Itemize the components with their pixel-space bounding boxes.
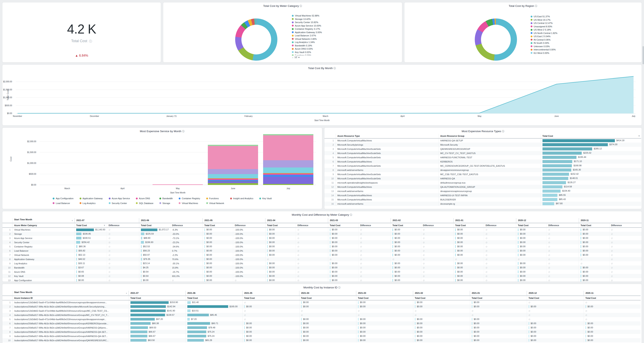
info-icon[interactable]: ⓘ xyxy=(350,214,352,216)
stacked-bar-may[interactable] xyxy=(152,184,203,185)
legend-item[interactable]: Log Analytics 1.34% xyxy=(292,40,322,44)
col-header-total-cost[interactable]: Total Cost xyxy=(299,296,356,300)
col-header-total-cost[interactable]: Total Cost xyxy=(186,296,242,300)
col-header-resource-type[interactable]: Azure Resource Type xyxy=(336,134,438,138)
table-row[interactable]: 6Microsoft.Compute/virtualMachinesKERBER… xyxy=(324,159,641,164)
info-icon[interactable]: ⓘ xyxy=(334,67,336,70)
info-icon[interactable]: ⓘ xyxy=(182,130,184,133)
legend-item[interactable]: US North Central 1.82% xyxy=(531,31,557,35)
legend-item[interactable]: Key Vault 0.02% xyxy=(292,51,322,54)
col-header-total-cost[interactable]: Total Cost xyxy=(129,296,186,300)
legend-item[interactable]: Key Vault xyxy=(259,197,272,200)
table-row[interactable]: 2Storage$336.85∅$225.59-33.0%$0.00-100.0… xyxy=(2,232,642,236)
legend-item[interactable]: Bandwidth xyxy=(160,197,173,200)
area-chart[interactable] xyxy=(14,72,638,120)
legend-item[interactable]: US West 2 5.18% xyxy=(531,28,557,31)
info-icon[interactable]: ⓘ xyxy=(338,286,340,289)
col-header-total-cost[interactable]: Total Cost xyxy=(527,296,584,300)
col-header-total-cost[interactable]: Total Cost xyxy=(413,296,470,300)
legend-item[interactable]: Virtual Network xyxy=(206,202,224,205)
table-row[interactable]: 3/subscriptions/12d2db62-5aa9-471d-84bb-… xyxy=(2,309,640,313)
table-row[interactable]: 12Key Vault$0.08∅$0.64691.0%$0.00-100.0%… xyxy=(2,274,642,278)
col-header-total-cost[interactable]: Total Cost xyxy=(139,223,170,228)
col-header-total-cost[interactable]: Total Cost∨ xyxy=(74,223,107,228)
legend-item[interactable]: Storage xyxy=(160,202,173,205)
legend-item[interactable]: Virtual Machines 52.88% xyxy=(292,14,322,17)
legend-item[interactable]: Virtual Network 2.46% xyxy=(292,37,322,41)
table-row[interactable]: 14Microsoft.Compute/virtualMachinesHARNE… xyxy=(324,193,641,197)
legend-item[interactable]: Intercontinental 0.00% xyxy=(531,48,557,51)
col-header-total-cost[interactable]: Total Cost xyxy=(516,223,547,228)
pager-down-icon[interactable]: ▼ xyxy=(298,56,300,58)
col-header-total-cost[interactable]: Total Cost xyxy=(454,223,484,228)
table-row[interactable]: 7/subscriptions/20d6a917-99fa-4b1b-9b2e-… xyxy=(2,326,640,330)
legend-item[interactable]: Application Gateway 3.00% xyxy=(292,31,322,34)
col-header-total-cost[interactable]: Total Cost xyxy=(265,223,296,228)
info-icon[interactable]: ⓘ xyxy=(535,4,537,7)
table-row[interactable]: 4Security Center$256.42∅$196.90-23.2%$0.… xyxy=(2,240,642,244)
table-row[interactable]: 1/subscriptions/12d2db62-5aa9-471d-84bb-… xyxy=(2,300,640,305)
table-row[interactable]: 3Microsoft.Compute/virtualMachineScaleSe… xyxy=(324,147,641,151)
table-row[interactable]: 4Microsoft.Compute/virtualMachineScaleSe… xyxy=(324,151,641,155)
info-icon[interactable]: ⓘ xyxy=(89,39,92,43)
legend-item[interactable]: Unknown 0.03% xyxy=(531,45,557,48)
sort-caret-icon[interactable]: ∨ xyxy=(104,224,105,226)
table-row[interactable]: 2/subscriptions/20d6a917-99fa-4b1b-9b2e-… xyxy=(2,305,640,309)
table-row[interactable]: 15Microsoft.Compute/virtualMachinesBUILD… xyxy=(324,197,641,202)
col-header-total-cost[interactable]: Total Cost▾ xyxy=(541,134,641,138)
legend-item[interactable]: US East 51.37% xyxy=(531,15,557,18)
col-header-difference[interactable]: Difference xyxy=(358,223,391,228)
table-row[interactable]: 9Microsoft.Compute/virtualMachineScaleSe… xyxy=(324,172,641,176)
col-header-total-cost[interactable]: Total Cost xyxy=(202,223,233,228)
stacked-bar-june[interactable] xyxy=(208,145,258,185)
legend-item[interactable]: Load Balancer 2.67% xyxy=(292,34,322,37)
legend-item[interactable]: Storage 13.42% xyxy=(292,17,322,21)
table-row[interactable]: 1Virtual Machines$1,143.93∅$1,072.17-6.3… xyxy=(2,228,642,232)
table-row[interactable]: 8/subscriptions/20d6a917-99fa-4b1b-9b2e-… xyxy=(2,330,640,334)
col-header-difference[interactable]: Difference xyxy=(296,223,328,228)
col-header-meter-category[interactable]: Azure Meter Category xyxy=(12,223,74,228)
legend-item[interactable]: IN Central 0.06% xyxy=(531,38,557,41)
legend-item[interactable]: EU West 0.00% xyxy=(531,51,557,55)
table-row[interactable]: 13App Configuration$0.00∅$0.00∅$0.00∅$0.… xyxy=(2,278,642,282)
chevron-left-icon[interactable]: ‹ xyxy=(126,291,127,295)
col-header-total-cost[interactable]: Total Cost xyxy=(584,296,640,300)
table-row[interactable]: 2Microsoft.Security/pricingsMicrosoft.Se… xyxy=(324,143,641,147)
legend-item[interactable]: Container Registry xyxy=(179,197,200,200)
legend-item[interactable]: Azure DNS xyxy=(136,197,153,200)
table-row[interactable]: 1Microsoft.Compute/virtualMachinesHARNES… xyxy=(324,138,641,143)
region-donut-chart[interactable] xyxy=(475,18,517,61)
legend-item[interactable]: US Central 12.47% xyxy=(531,21,557,25)
legend-item[interactable]: SQL Database xyxy=(136,202,153,205)
col-header-total-cost[interactable]: Total Cost xyxy=(328,223,358,228)
col-header-total-cost[interactable]: Total Cost xyxy=(391,223,421,228)
col-header-total-cost[interactable]: Total Cost xyxy=(470,296,527,300)
table-row[interactable]: 7Virtual Network$52.13∅$50.97-2.2%$0.00-… xyxy=(2,253,642,257)
table-row[interactable]: 8Application Gateway$46.52∅$79.3570.6%$0… xyxy=(2,257,642,261)
col-header-difference[interactable]: Difference xyxy=(609,223,642,228)
info-icon[interactable]: ⓘ xyxy=(502,130,504,133)
table-row[interactable]: 6/subscriptions/20d6a917-99fa-4b1b-9b2e-… xyxy=(2,321,640,326)
table-row[interactable]: 16microsoft.web/serverfarmsdocexample-rg… xyxy=(324,202,641,206)
table-row[interactable]: 5/subscriptions/12d2db62-5aa9-471d-84bb-… xyxy=(2,317,640,321)
info-icon[interactable]: ⓘ xyxy=(300,4,302,7)
pager-up-icon[interactable]: ▲ xyxy=(292,56,294,58)
legend-item[interactable]: App Configuration xyxy=(53,197,73,200)
table-row[interactable]: 5Microsoft.Compute/virtualMachineScaleSe… xyxy=(324,155,641,159)
legend-item[interactable]: Azure App Service xyxy=(109,197,130,200)
legend-item[interactable]: US West 19.17% xyxy=(531,18,557,22)
legend-item[interactable]: Functions xyxy=(206,197,224,200)
table-row[interactable]: 13microsoft.web/serverfarmsdevappservice… xyxy=(324,189,641,193)
col-header-difference[interactable]: Difference xyxy=(484,223,516,228)
col-header-difference[interactable]: Difference xyxy=(170,223,202,228)
col-header-total-cost[interactable]: Total Cost xyxy=(579,223,610,228)
col-header-difference[interactable]: Difference xyxy=(421,223,453,228)
col-header-difference[interactable]: Difference xyxy=(107,223,139,228)
legend-item[interactable]: Load Balancer xyxy=(53,202,73,205)
table-row[interactable]: 7Microsoft.Compute/virtualMachineScaleSe… xyxy=(324,164,641,168)
legend-item[interactable]: Container Registry 3.17% xyxy=(292,27,322,31)
legend-item[interactable]: Azure App Service 10.00% xyxy=(292,24,322,27)
col-header-difference[interactable]: Difference xyxy=(546,223,579,228)
legend-item[interactable]: US East 2 0.94% xyxy=(531,35,557,38)
stacked-bar-chart[interactable] xyxy=(40,137,316,185)
